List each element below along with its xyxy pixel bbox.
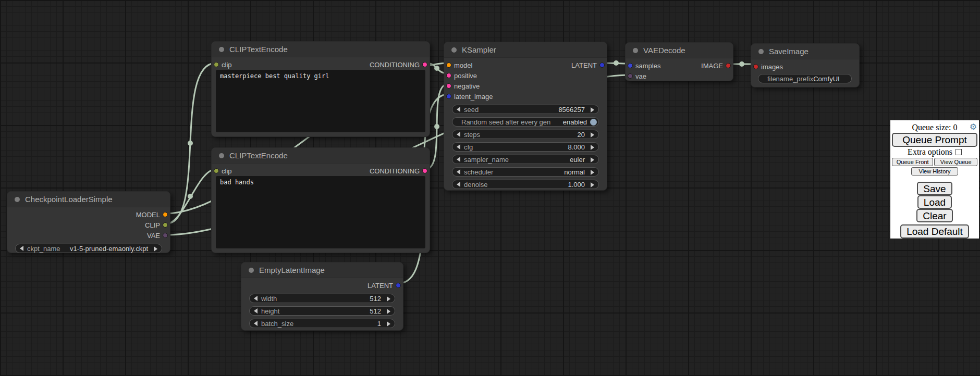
load-button[interactable]: Load [917,195,952,209]
input-port-clip[interactable] [214,62,219,67]
input-port-images[interactable] [753,64,758,69]
node-save-image[interactable]: SaveImage images filename_prefix ComfyUI [751,43,860,87]
node-title: CLIPTextEncode [229,151,288,160]
widget-width[interactable]: width 512 [249,294,395,303]
node-title: SaveImage [769,47,808,56]
widget-cfg[interactable]: cfg 8.000 [452,142,599,152]
port-row: negative [444,81,607,91]
decrement-arrow-icon[interactable] [254,296,258,301]
node-status-dot [633,48,638,53]
output-port-image[interactable] [726,63,731,68]
node-vae-decode[interactable]: VAEDecode samples IMAGE vae [625,42,733,81]
output-port-model[interactable] [163,212,168,217]
port-row: LATENT [241,280,403,291]
decrement-arrow-icon[interactable] [254,321,258,326]
queue-size-label: Queue size: 0 [912,123,957,132]
port-row: clip CONDITIONING [212,59,430,70]
widget-filename-prefix[interactable]: filename_prefix ComfyUI [758,74,852,83]
widget-scheduler[interactable]: scheduler normal [452,167,599,177]
output-port-latent[interactable] [599,62,605,68]
save-button[interactable]: Save [917,182,952,195]
prompt-textarea[interactable]: masterpiece best quality girl [216,70,425,132]
gear-icon[interactable]: ⚙ [970,122,977,132]
extra-options-label: Extra options [908,147,952,156]
link-midpoint-dot [434,124,439,129]
widget-batch-size[interactable]: batch_size 1 [249,319,395,328]
increment-arrow-icon[interactable] [154,246,157,252]
input-port-vae[interactable] [628,73,633,79]
widget-ckpt-name[interactable]: ckpt_name v1-5-pruned-emaonly.ckpt [15,244,162,253]
queue-front-button[interactable]: Queue Front [892,158,933,166]
link-midpoint-dot [434,66,439,71]
decrement-arrow-icon[interactable] [254,308,258,314]
increment-arrow-icon[interactable] [387,296,390,302]
widget-steps[interactable]: steps 20 [452,130,599,139]
load-default-button[interactable]: Load Default [900,224,969,239]
increment-arrow-icon[interactable] [591,132,594,137]
node-status-dot [15,197,20,202]
clear-button[interactable]: Clear [916,209,952,222]
output-port-conditioning[interactable] [422,168,427,173]
increment-arrow-icon[interactable] [387,309,390,314]
port-row: CLIP [7,220,170,230]
widget-random-seed-toggle[interactable]: Random seed after every gen enabled [452,117,599,127]
widget-sampler-name[interactable]: sampler_name euler [452,155,599,164]
decrement-arrow-icon[interactable] [457,144,460,149]
input-port-latent-image[interactable] [446,94,451,99]
port-row: MODEL [7,209,170,220]
widget-seed[interactable]: seed 8566257 [452,105,599,114]
input-port-clip[interactable] [214,168,219,173]
widget-height[interactable]: height 512 [249,306,395,316]
queue-menu-panel[interactable]: Queue size: 0 ⚙ Queue Prompt Extra optio… [890,120,979,239]
comfyui-canvas[interactable]: { "canvas": { "bg_color": "#222222", "li… [0,0,980,376]
decrement-arrow-icon[interactable] [457,182,460,187]
port-row: images [751,61,859,72]
decrement-arrow-icon[interactable] [457,157,460,162]
output-port-vae[interactable] [163,233,168,238]
node-title-bar[interactable]: SaveImage [751,44,859,59]
decrement-arrow-icon[interactable] [457,132,460,137]
node-checkpoint-loader-simple[interactable]: CheckpointLoaderSimple MODEL CLIP VAE ck… [7,191,170,253]
output-port-conditioning[interactable] [422,62,427,67]
node-title-bar[interactable]: CLIPTextEncode [212,42,430,57]
port-row: clip CONDITIONING [212,166,430,176]
node-title-bar[interactable]: CLIPTextEncode [212,148,430,164]
node-clip-text-encode-negative[interactable]: CLIPTextEncode clip CONDITIONING bad han… [211,147,430,253]
input-port-positive[interactable] [446,73,451,78]
output-port-clip[interactable] [163,222,168,228]
link-midpoint-dot [188,194,193,199]
node-status-dot [451,47,457,53]
decrement-arrow-icon[interactable] [20,246,23,251]
decrement-arrow-icon[interactable] [457,107,460,112]
increment-arrow-icon[interactable] [387,321,390,327]
node-title-bar[interactable]: KSampler [444,42,607,58]
view-queue-button[interactable]: View Queue [934,158,977,166]
node-title-bar[interactable]: EmptyLatentImage [241,262,403,278]
input-port-model[interactable] [446,62,451,68]
increment-arrow-icon[interactable] [591,182,594,187]
increment-arrow-icon[interactable] [591,145,594,150]
node-ksampler[interactable]: KSampler model LATENT positive negative … [444,42,607,191]
widget-denoise[interactable]: denoise 1.000 [452,180,599,189]
input-port-negative[interactable] [446,83,451,89]
increment-arrow-icon[interactable] [591,157,594,162]
node-title-bar[interactable]: CheckpointLoaderSimple [7,192,170,207]
node-title: EmptyLatentImage [259,266,325,274]
queue-prompt-button[interactable]: Queue Prompt [892,133,977,147]
extra-options-checkbox[interactable] [956,149,962,155]
toggle-enabled-icon[interactable] [590,119,597,126]
node-title-bar[interactable]: VAEDecode [626,43,733,58]
node-status-dot [249,268,254,273]
link-midpoint-dot [739,61,744,67]
output-port-latent[interactable] [396,283,401,288]
link-midpoint-dot [188,141,193,146]
increment-arrow-icon[interactable] [591,107,594,112]
input-port-samples[interactable] [628,63,633,68]
view-history-button[interactable]: View History [911,167,958,176]
node-clip-text-encode-positive[interactable]: CLIPTextEncode clip CONDITIONING masterp… [211,41,430,137]
decrement-arrow-icon[interactable] [457,169,460,174]
prompt-textarea[interactable]: bad hands [216,176,425,248]
port-row: model LATENT [444,60,607,70]
node-empty-latent-image[interactable]: EmptyLatentImage LATENT width 512 height… [241,262,403,331]
increment-arrow-icon[interactable] [591,170,594,175]
